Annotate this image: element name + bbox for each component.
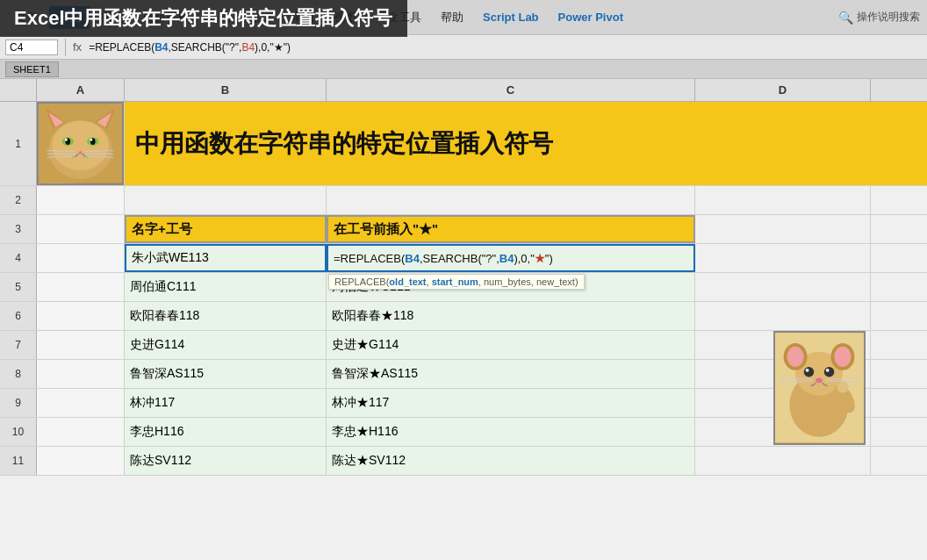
formula-prefix: =REPLACEB( xyxy=(89,41,154,54)
cell-a1 xyxy=(37,102,125,185)
formula-searchb: ,SEARCHB("?", xyxy=(169,41,242,54)
row-num-9: 9 xyxy=(0,389,37,417)
cell-b5[interactable]: 周伯通C111 xyxy=(125,273,327,301)
overlay-title-text: Excel中用函数在字符串的特定位置插入符号 xyxy=(14,7,393,29)
cell-b4[interactable]: 朱小武WE113 xyxy=(125,244,327,272)
menu-help[interactable]: 帮助 xyxy=(432,6,472,29)
cell-c7[interactable]: 史进★G114 xyxy=(327,331,695,359)
row-num-8: 8 xyxy=(0,360,37,388)
col-header-d: D xyxy=(695,79,871,101)
cell-c10[interactable]: 李忠★H116 xyxy=(327,418,695,446)
cell-b10-value: 李忠H116 xyxy=(130,424,183,440)
svg-point-25 xyxy=(787,347,803,367)
b4-ref-1: B4 xyxy=(405,252,420,265)
header-formula-label: 在工号前插入"★" xyxy=(334,221,438,238)
title-text: 中用函数在字符串的特定位置插入符号 xyxy=(135,127,553,161)
overlay-title: Excel中用函数在字符串的特定位置插入符号 xyxy=(0,0,407,37)
cell-b11-value: 陈达SV112 xyxy=(130,453,191,469)
cell-d3 xyxy=(695,215,871,243)
mouse-image xyxy=(773,331,866,445)
cell-c11[interactable]: 陈达★SV112 xyxy=(327,447,695,475)
cell-c9[interactable]: 林冲★117 xyxy=(327,389,695,417)
svg-point-12 xyxy=(90,139,92,141)
cell-reference-input[interactable] xyxy=(5,39,58,55)
cell-c10-value: 李忠★H116 xyxy=(332,424,398,440)
row-num-4: 4 xyxy=(0,244,37,272)
cell-a10 xyxy=(37,418,125,446)
cell-d11 xyxy=(695,447,871,475)
cell-d4 xyxy=(695,244,871,272)
search-icon: 🔍 xyxy=(838,11,853,25)
svg-point-26 xyxy=(834,347,851,367)
title-merged-cell: 中用函数在字符串的特定位置插入符号 xyxy=(125,102,927,185)
star-symbol: ★ xyxy=(535,252,545,265)
header-name-label: 名字+工号 xyxy=(132,221,192,238)
svg-point-31 xyxy=(816,377,823,383)
cell-d6 xyxy=(695,302,871,330)
col-header-a: A xyxy=(37,79,125,101)
cell-c7-value: 史进★G114 xyxy=(332,337,399,353)
grid-row-4: 4 朱小武WE113 =REPLACEB(B4,SEARCHB("?",B4),… xyxy=(0,244,927,273)
formula-bar: fx =REPLACEB(B4,SEARCHB("?",B4),0,"★") xyxy=(0,35,927,60)
sheet-tab-1[interactable]: SHEET1 xyxy=(5,61,59,77)
svg-point-29 xyxy=(806,369,809,372)
cell-b4-value: 朱小武WE113 xyxy=(132,250,209,266)
cell-a6 xyxy=(37,302,125,330)
cell-a8 xyxy=(37,360,125,388)
formula-divider xyxy=(65,39,66,56)
cell-a11 xyxy=(37,447,125,475)
tooltip-old-text: old_text xyxy=(389,276,426,287)
search-area[interactable]: 🔍 操作说明搜索 xyxy=(838,10,920,25)
cell-c4[interactable]: =REPLACEB(B4,SEARCHB("?",B4),0,"★") REPL… xyxy=(327,244,695,272)
spreadsheet-container: A B C D 1 xyxy=(0,79,927,560)
cell-a2 xyxy=(37,186,125,214)
cat-image xyxy=(37,102,124,185)
app-wrapper: Excel中用函数在字符串的特定位置插入符号 文件 开始 插入 页面布局 公式 … xyxy=(0,0,927,560)
row-num-3: 3 xyxy=(0,215,37,243)
cell-b7[interactable]: 史进G114 xyxy=(125,331,327,359)
cat-svg xyxy=(39,102,122,185)
cell-b2 xyxy=(125,186,327,214)
cell-b9[interactable]: 林冲117 xyxy=(125,389,327,417)
search-label: 操作说明搜索 xyxy=(857,10,920,25)
column-header-row: A B C D xyxy=(0,79,927,102)
svg-point-2 xyxy=(52,120,109,170)
cell-a4 xyxy=(37,244,125,272)
grid-row-3: 3 名字+工号 在工号前插入"★" xyxy=(0,215,927,244)
menu-script-lab[interactable]: Script Lab xyxy=(474,7,548,27)
cell-c9-value: 林冲★117 xyxy=(332,395,389,411)
cell-b11[interactable]: 陈达SV112 xyxy=(125,447,327,475)
svg-point-11 xyxy=(65,139,68,141)
cell-b8[interactable]: 鲁智深AS115 xyxy=(125,360,327,388)
col-header-c: C xyxy=(327,79,695,101)
cell-b9-value: 林冲117 xyxy=(130,395,175,411)
searchb-part: ,SEARCHB("?", xyxy=(420,252,499,265)
row-num-1: 1 xyxy=(0,102,37,185)
cell-c2 xyxy=(327,186,695,214)
cell-b6[interactable]: 欧阳春春118 xyxy=(125,302,327,330)
mouse-svg xyxy=(775,331,864,445)
menu-power-pivot[interactable]: Power Pivot xyxy=(550,7,632,27)
cell-c8[interactable]: 鲁智深★AS115 xyxy=(327,360,695,388)
svg-point-28 xyxy=(824,367,835,377)
row-num-7: 7 xyxy=(0,331,37,359)
grid-row-2: 2 xyxy=(0,186,927,215)
row-num-10: 10 xyxy=(0,418,37,446)
formula-text-display: =REPLACEB(B4,SEARCHB("?",B4),0,"★") xyxy=(89,41,922,54)
cell-a5 xyxy=(37,273,125,301)
cell-a3 xyxy=(37,215,125,243)
svg-point-30 xyxy=(826,369,830,372)
corner-cell xyxy=(0,79,37,101)
cell-b3[interactable]: 名字+工号 xyxy=(125,215,327,243)
sheet-tab-bar: SHEET1 xyxy=(0,60,927,79)
b4-ref-2: B4 xyxy=(499,252,514,265)
cell-a7 xyxy=(37,331,125,359)
cell-c11-value: 陈达★SV112 xyxy=(332,453,406,469)
cell-b10[interactable]: 李忠H116 xyxy=(125,418,327,446)
cell-c6[interactable]: 欧阳春春★118 xyxy=(327,302,695,330)
svg-point-27 xyxy=(804,367,815,377)
cell-c3[interactable]: 在工号前插入"★" xyxy=(327,215,695,243)
row-num-2: 2 xyxy=(0,186,37,214)
grid-row-7: 7 史进G114 史进★G114 xyxy=(0,331,927,360)
cell-c6-value: 欧阳春春★118 xyxy=(332,308,413,324)
